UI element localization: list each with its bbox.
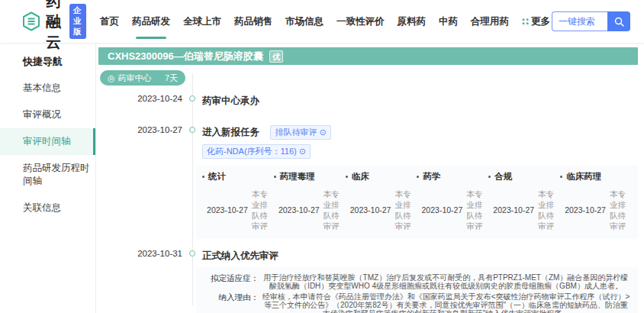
review-column-pharmacy: 药学 2023-10-27本专业排队待审评 [417,171,488,231]
priority-badge: 优 [269,50,284,63]
inclusion-reason-label: 纳入理由： [204,292,259,313]
more-label: 更多 [531,15,550,28]
review-column-name: 临床药理 [566,171,601,182]
stage-pill-duration: 7天 [165,73,178,84]
search-icon [614,17,624,27]
bullet-icon [488,176,491,178]
nda-sequence-tag[interactable]: 化药-NDA(序列号：116) ⊙ [202,144,311,159]
timeline-event-title: 药审中心承办 [202,95,259,106]
main-content: CXHS2300096—伯瑞替尼肠溶胶囊 优 ◎ 药审中心 7天 2023-10… [97,43,644,313]
sidebar-item-related-info[interactable]: 关联信息 [0,195,95,221]
nav-item-more[interactable]: ∷ 更多 [520,12,552,31]
nav-item-drug-rd[interactable]: 药品研发 [130,12,172,31]
review-column-clinical: 临床 2023-10-27本专业排队待审评 [346,171,417,231]
search-button[interactable] [607,11,630,31]
timeline-event-title: 进入新报任务 [202,127,259,137]
top-nav: 药融云 企业版 首页 药品研发 全球上市 药品销售 市场信息 一致性评价 原料药… [0,0,644,44]
logo[interactable]: 药融云 企业版 [21,0,86,53]
stage-pill-label: 药审中心 [118,73,152,84]
more-grid-icon: ∷ [522,17,529,27]
page-title-bar: CXHS2300096—伯瑞替尼肠溶胶囊 优 [98,47,638,65]
main-nav: 首页 药品研发 全球上市 药品销售 市场信息 一致性评价 原料药 中药 合理用药… [98,12,552,31]
sidebar-item-rd-history-timeline[interactable]: 药品研发历程时间轴 [0,155,95,195]
timeline-dot-icon [189,250,195,257]
review-status: 本专业排队待审评 [324,189,341,231]
nav-item-market-info[interactable]: 市场信息 [284,12,325,31]
review-date: 2023-10-27 [493,205,534,215]
review-column-name: 合规 [494,171,512,182]
search-box [552,11,630,31]
review-column-clinpharm: 临床药理 2023-10-27本专业排队待审评 [560,171,632,231]
review-column-compliance: 合规 2023-10-27本专业排队待审评 [488,171,560,231]
timeline-dot-icon [189,127,195,133]
sidebar-item-review-timeline[interactable]: 审评时间轴 [0,128,95,155]
page-title: CXHS2300096—伯瑞替尼肠溶胶囊 [108,50,263,63]
bullet-icon [346,176,348,178]
bullet-icon [274,176,276,178]
inclusion-reason-row: 纳入理由： 经审核，本申请符合《药品注册管理办法》和《国家药监局关于发布<突破性… [204,292,630,313]
timeline-date: 2023-10-27 [97,125,182,134]
timeline-dot-icon [189,95,195,102]
clock-icon: ⊙ [319,128,326,137]
review-column-statistics: 统计 2023-10-27本专业排队待审评 [202,171,274,231]
nav-item-home[interactable]: 首页 [98,12,121,31]
inclusion-reason-text: 经审核，本申请符合《药品注册管理办法》和《国家药监局关于发布<突破性治疗药物审评… [262,292,630,313]
logo-text: 药融云 [46,0,64,53]
indication-row: 拟定适应症： 用于治疗经放疗和替莫唑胺（TMZ）治疗后复发或不可耐受的，具有PT… [204,273,630,290]
nav-item-api[interactable]: 原料药 [395,12,427,31]
timeline-item: 2023-10-27 进入新报任务 排队待审评 ⊙ [97,124,644,140]
sidebar-item-review-overview[interactable]: 审评概况 [0,102,95,128]
bullet-icon [202,176,204,178]
search-input[interactable] [552,11,607,31]
indication-label: 拟定适应症： [204,273,259,290]
review-column-name: 临床 [352,171,369,182]
nda-sequence-label: 化药-NDA(序列号：116) [207,146,297,157]
review-column-name: 药理毒理 [280,171,315,182]
nav-item-tcm[interactable]: 中药 [437,12,459,31]
review-date: 2023-10-27 [565,205,606,215]
queue-status-label: 排队待审评 [275,127,317,138]
edition-badge: 企业版 [69,4,86,39]
timeline-item: 2023-10-24 药审中心承办 [97,93,644,108]
review-date: 2023-10-27 [279,205,320,215]
nav-item-consistency-eval[interactable]: 一致性评价 [335,12,386,31]
timeline-item: 2023-10-31 正式纳入优先审评 [97,248,644,263]
review-queue-panel: 统计 2023-10-27本专业排队待审评 药理毒理 2023-10-27本专业… [196,165,638,239]
review-status: 本专业排队待审评 [252,189,269,231]
review-status: 本专业排队待审评 [610,189,627,231]
review-date: 2023-10-27 [207,205,248,215]
review-date: 2023-10-27 [422,205,463,215]
timeline-event-title: 正式纳入优先审评 [202,250,279,261]
quick-nav-sidebar: 快捷导航 基本信息 审评概况 审评时间轴 药品研发历程时间轴 关联信息 [0,43,96,313]
logo-icon [21,11,41,31]
review-status: 本专业排队待审评 [538,189,555,231]
queue-status-tag[interactable]: 排队待审评 ⊙ [270,125,330,140]
timeline-axis [192,73,193,305]
timeline-date: 2023-10-31 [97,249,182,258]
bullet-icon [417,176,419,178]
nav-item-global-launch[interactable]: 全球上市 [182,12,223,31]
center-icon: ◎ [108,73,115,83]
nav-item-rational-use[interactable]: 合理用药 [469,12,510,31]
review-column-pharmtox: 药理毒理 2023-10-27本专业排队待审评 [274,171,346,231]
sidebar-item-basic-info[interactable]: 基本信息 [0,75,95,102]
nav-item-drug-sales[interactable]: 药品销售 [233,12,274,31]
review-date: 2023-10-27 [350,205,391,215]
bullet-icon [560,176,562,178]
clock-icon: ⊙ [299,147,306,156]
review-column-name: 统计 [208,171,226,182]
stage-pill[interactable]: ◎ 药审中心 7天 [100,70,185,86]
priority-detail-panel: 拟定适应症： 用于治疗经放疗和替莫唑胺（TMZ）治疗后复发或不可耐受的，具有PT… [196,267,638,313]
indication-text: 用于治疗经放疗和替莫唑胺（TMZ）治疗后复发或不可耐受的，具有PTPRZ1-ME… [262,273,630,290]
timeline-date: 2023-10-24 [97,94,182,103]
review-status: 本专业排队待审评 [466,189,484,231]
subtag-row: 化药-NDA(序列号：116) ⊙ [97,144,644,159]
review-status: 本专业排队待审评 [394,189,412,231]
review-column-name: 药学 [423,171,440,182]
